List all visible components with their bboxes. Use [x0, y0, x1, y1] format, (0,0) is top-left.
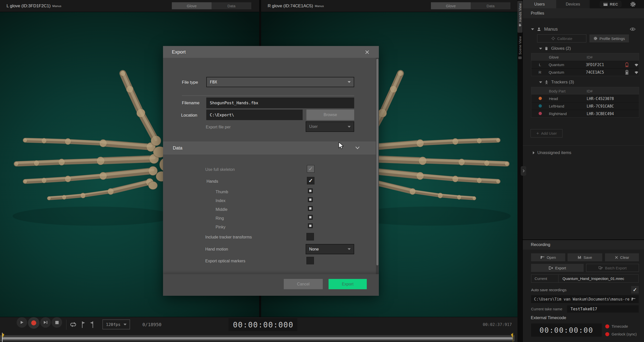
include-tracker-transforms-label: Include tracker transforms — [205, 235, 252, 239]
sidebar: Users Devices REC Profiles — [522, 0, 644, 342]
unassigned-items-row[interactable]: Unassigned items — [533, 150, 571, 156]
hands-checkbox[interactable]: ✓ — [307, 177, 314, 184]
dialog-close-icon[interactable] — [365, 50, 369, 54]
transport-bar: 120fps 0/18950 00:00:00:000 00:02:37:917 — [0, 317, 517, 342]
genlock-indicator: Genlock (sync) — [605, 332, 637, 336]
tab-glove-right[interactable]: Glove — [431, 2, 471, 9]
signal-wifi-icon — [634, 63, 639, 67]
tab-devices[interactable]: Devices — [556, 0, 590, 8]
hand-motion-dropdown[interactable]: None — [306, 244, 354, 254]
fps-dropdown[interactable]: 120fps — [102, 319, 130, 329]
index-label: Index — [216, 199, 225, 203]
tab-users[interactable]: Users — [523, 0, 556, 8]
cancel-button[interactable]: Cancel — [284, 279, 323, 289]
collapse-arrow-icon[interactable] — [539, 48, 542, 50]
record-button[interactable] — [28, 317, 39, 329]
loop-playback-icon[interactable] — [70, 322, 76, 328]
auto-save-row: Auto save recordings ✓ — [531, 286, 639, 294]
export-button[interactable]: Export — [531, 264, 584, 272]
export-file-per-dropdown[interactable]: User — [306, 121, 354, 132]
hand-motion-label: Hand motion — [205, 247, 228, 252]
tracker-row-righthand[interactable]: RightHand LHR-3CBEC494 — [531, 110, 639, 117]
viewport-left-title: L glove (ID:3FD1F2C1) — [7, 4, 51, 9]
browse-button[interactable]: Browse — [306, 110, 354, 120]
auto-save-checkbox[interactable]: ✓ — [631, 286, 639, 294]
scene-grid-icon — [518, 56, 522, 60]
export-file-per-label: Export file per — [206, 125, 231, 129]
save-path-field[interactable]: C:\Users\Tim van Wankum\Documents\manus-… — [531, 295, 639, 303]
use-full-skeleton-checkbox: ✓ — [307, 165, 314, 173]
location-value: C:\Export\ — [210, 113, 234, 117]
export-optical-markers-checkbox[interactable] — [306, 257, 314, 264]
clear-button[interactable]: Clear — [605, 253, 639, 261]
play-button[interactable] — [17, 317, 27, 328]
tab-data-right[interactable]: Data — [471, 2, 510, 9]
timeline-range-bar[interactable] — [2, 337, 513, 339]
glove-type: Quantum — [549, 63, 586, 67]
settings-gear-icon[interactable] — [630, 1, 636, 7]
glove-row-right[interactable]: R Quantum 74CE1AC5 — [531, 69, 639, 76]
tab-glove-left[interactable]: Glove — [172, 2, 212, 9]
loop-in-flag-icon[interactable] — [82, 321, 86, 328]
ring-checkbox[interactable] — [308, 215, 313, 220]
profile-row-manus[interactable]: Manus — [531, 25, 639, 33]
calibrate-button[interactable]: Calibrate — [537, 34, 586, 42]
dialog-scrollbar-thumb[interactable] — [376, 59, 378, 265]
collapse-arrow-icon[interactable] — [531, 28, 534, 30]
scene-view-label: Scene View — [518, 36, 522, 55]
browse-folder-icon[interactable] — [631, 297, 636, 301]
main-timecode-display: 00:00:00:000 — [228, 318, 297, 331]
calibrate-crosshair-icon — [551, 36, 555, 40]
batch-export-button[interactable]: Batch Export — [586, 264, 639, 272]
rec-button[interactable]: REC — [600, 1, 622, 8]
tracker-part: LeftHand — [549, 104, 587, 108]
tab-hands-view[interactable]: Hands View — [517, 1, 522, 33]
playhead-marker-start[interactable] — [1, 333, 6, 342]
tracker-row-head[interactable]: Head LHR-C4523078 — [531, 95, 639, 102]
dialog-scrollbar-track[interactable] — [376, 58, 379, 274]
tab-scene-view[interactable]: Scene View — [517, 34, 522, 64]
col-id: ID# — [587, 89, 624, 93]
index-checkbox[interactable] — [308, 197, 313, 202]
auto-save-label: Auto save recordings — [531, 288, 567, 292]
export-dialog-footer: Cancel Export — [163, 274, 379, 296]
col-glove: Glove — [549, 55, 587, 59]
export-confirm-button[interactable]: Export — [329, 279, 367, 289]
profile-settings-button[interactable]: Profile Settings — [589, 34, 629, 42]
calibrate-label: Calibrate — [557, 36, 572, 41]
playhead-marker-end[interactable] — [510, 333, 514, 342]
recording-header: Recording — [523, 240, 644, 250]
collapse-arrow-icon[interactable] — [539, 81, 542, 83]
tracker-color-dot — [539, 112, 542, 115]
stop-button[interactable] — [52, 317, 62, 328]
take-name-input[interactable]: TestTake017 — [567, 305, 639, 313]
timeline-track[interactable] — [0, 335, 515, 341]
ring-label: Ring — [216, 216, 224, 221]
glove-row-left[interactable]: L Quantum 3FD1F2C1 — [531, 61, 639, 68]
tab-data-left[interactable]: Data — [212, 2, 251, 9]
filename-input[interactable]: ShogunPost_Hands.fbx — [206, 97, 354, 108]
export-dialog-titlebar[interactable]: Export — [163, 46, 379, 58]
trackers-group-header[interactable]: Trackers (3) — [539, 79, 574, 85]
file-type-dropdown[interactable]: FBX — [206, 77, 354, 87]
step-forward-button[interactable] — [40, 317, 51, 328]
thumb-checkbox[interactable] — [308, 188, 313, 193]
visibility-eye-icon[interactable] — [630, 27, 636, 31]
open-button[interactable]: Open — [531, 253, 565, 261]
data-section-header[interactable]: Data — [163, 141, 376, 155]
loop-out-flag-icon[interactable] — [90, 321, 94, 328]
chevron-down-icon — [124, 324, 127, 325]
add-user-button[interactable]: + Add User — [531, 129, 562, 137]
export-confirm-label: Export — [342, 282, 353, 286]
chevron-right-icon — [522, 169, 525, 173]
tracker-row-lefthand[interactable]: LeftHand LHR-7C91CA8C — [531, 103, 639, 110]
pinky-checkbox[interactable] — [308, 223, 313, 228]
expand-arrow-icon[interactable] — [533, 151, 535, 154]
gloves-group-header[interactable]: Gloves (2) — [539, 45, 571, 52]
gloves-count-label: Gloves (2) — [551, 46, 571, 51]
include-tracker-transforms-checkbox[interactable] — [306, 233, 314, 240]
location-input[interactable]: C:\Export\ — [206, 110, 303, 120]
save-button[interactable]: Save — [568, 253, 602, 261]
middle-checkbox[interactable] — [308, 206, 313, 211]
expand-panel-handle[interactable] — [521, 166, 526, 176]
